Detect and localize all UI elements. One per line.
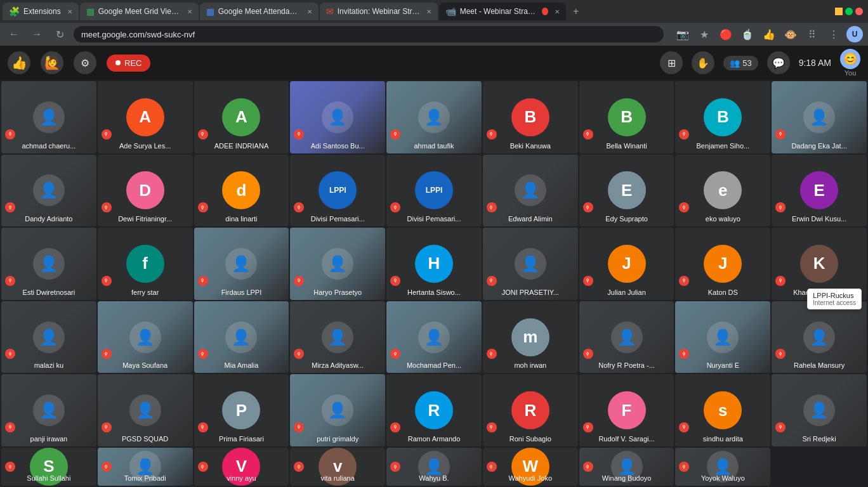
rec-button[interactable]: REC xyxy=(107,55,150,72)
new-tab-button[interactable]: + xyxy=(567,3,585,20)
participant-cell[interactable]: 👤🎙Nuryanti E xyxy=(675,301,770,373)
participant-cell[interactable]: A🎙ADEE INDRIANA xyxy=(194,81,289,153)
participant-cell[interactable]: 👤🎙PGSD SQUAD xyxy=(98,374,193,446)
participant-cell[interactable]: A🎙Ade Surya Les... xyxy=(98,81,193,153)
tab-attendance[interactable]: ▦ Google Meet Attendance - Chr... ✕ xyxy=(200,3,319,20)
close-tab-meet[interactable]: ✕ xyxy=(555,8,560,15)
participant-cell[interactable]: f🎙ferry star xyxy=(98,228,193,300)
participant-cell[interactable]: LPPI🎙Divisi Pemasari... xyxy=(290,155,385,227)
participant-cell[interactable]: d🎙dina linarti xyxy=(194,155,289,227)
participant-cell[interactable]: J🎙Katon DS xyxy=(675,228,770,300)
participant-cell[interactable]: 👤🎙Edward Alimin xyxy=(483,155,578,227)
close-tab-gmail[interactable]: ✕ xyxy=(426,8,431,15)
participant-cell[interactable]: E🎙Erwin Dwi Kusu... xyxy=(772,155,867,227)
participant-name-label: Edward Alimin xyxy=(483,215,578,223)
hand-raise-icon[interactable]: ✋ xyxy=(692,51,714,74)
tab-bar: 🧩 Extensions ✕ ▦ Google Meet Grid View -… xyxy=(0,0,868,23)
extension1-icon[interactable]: 🔴 xyxy=(717,25,735,43)
participant-cell[interactable]: 👤🎙malazi ku xyxy=(1,301,96,373)
participant-cell[interactable]: 👤🎙JONI PRASETIY... xyxy=(483,228,578,300)
participant-cell[interactable]: 👤🎙panji irawan xyxy=(1,374,96,446)
mute-icon: 🎙 xyxy=(487,276,497,286)
tab-meet-active[interactable]: 📹 Meet - Webinar Strategi Bi... ✕ xyxy=(439,3,566,20)
mute-icon: 🎙 xyxy=(390,276,400,286)
settings-icon[interactable]: ⚙ xyxy=(74,51,96,74)
participant-cell[interactable]: e🎙eko waluyo xyxy=(675,155,770,227)
camera-icon[interactable]: 📷 xyxy=(674,25,692,43)
participant-cell[interactable]: B🎙Beki Kanuwa xyxy=(483,81,578,153)
participant-name-label: Ade Surya Les... xyxy=(98,142,193,150)
tab-gmail[interactable]: ✉ Invitation: Webinar Strategi Bis... ✕ xyxy=(320,3,438,20)
chat-icon[interactable]: 💬 xyxy=(767,51,790,74)
close-button[interactable] xyxy=(855,8,863,15)
participant-cell[interactable]: 👤🎙Winang Budoyo xyxy=(579,448,674,486)
grid-view-icon[interactable]: ⊞ xyxy=(660,51,683,74)
mute-icon: 🎙 xyxy=(679,422,689,432)
participant-cell[interactable]: W🎙Wahyudi Joko xyxy=(483,448,578,486)
maximize-button[interactable] xyxy=(845,8,853,15)
participant-cell[interactable]: S🎙Sullahi Sullahi xyxy=(1,448,96,486)
apps-icon[interactable]: ⠿ xyxy=(803,25,821,43)
extension4-icon[interactable]: 🐵 xyxy=(782,25,799,43)
participant-cell[interactable]: R🎙Roni Subagio xyxy=(483,374,578,446)
minimize-button[interactable] xyxy=(835,8,843,15)
participant-cell[interactable]: 👤🎙Yoyok Waluyo xyxy=(675,448,770,486)
extension2-icon[interactable]: 🍵 xyxy=(739,25,756,43)
participant-cell[interactable]: D🎙Dewi Fitrianingr... xyxy=(98,155,193,227)
participant-cell[interactable]: J🎙Julian Julian xyxy=(579,228,674,300)
participant-cell[interactable]: 👤🎙Sri Redjeki xyxy=(772,374,867,446)
tab-grid-view[interactable]: ▦ Google Meet Grid View - Chron... ✕ xyxy=(80,3,199,20)
participant-cell[interactable]: 👤🎙Mia Amalia xyxy=(194,301,289,373)
participant-name-label: Winang Budoyo xyxy=(579,474,674,482)
participant-cell[interactable]: 👤🎙Nofry R Poetra -... xyxy=(579,301,674,373)
participant-cell[interactable]: 👤🎙Mirza Adityasw... xyxy=(290,301,385,373)
participant-cell[interactable]: 👤🎙Wahyu B. xyxy=(386,448,482,486)
participant-cell[interactable]: 👤🎙achmad chaeru... xyxy=(1,81,96,153)
extension3-icon[interactable]: 👍 xyxy=(760,25,778,43)
refresh-button[interactable]: ↻ xyxy=(51,25,69,43)
participant-cell[interactable]: 👤🎙Firdaus LPPI xyxy=(194,228,289,300)
menu-icon[interactable]: ⋮ xyxy=(825,25,843,43)
participant-cell[interactable]: 👤🎙Adi Santoso Bu... xyxy=(290,81,385,153)
participant-name-label: eko waluyo xyxy=(675,215,770,223)
close-tab-attendance[interactable]: ✕ xyxy=(307,8,312,15)
address-input[interactable] xyxy=(74,26,664,42)
participant-cell[interactable]: B🎙Bella Winanti xyxy=(579,81,674,153)
participant-name-label: ahmad taufik xyxy=(386,142,482,150)
participant-cell[interactable]: B🎙Benjamen Siho... xyxy=(675,81,770,153)
participant-cell[interactable]: R🎙Ramon Armando xyxy=(386,374,482,446)
participant-cell[interactable]: 👤🎙Dandy Adrianto xyxy=(1,155,96,227)
back-button[interactable]: ← xyxy=(5,25,23,43)
mute-icon: 🎙 xyxy=(102,202,112,212)
thumbs-up-button[interactable]: 👍 xyxy=(8,51,30,74)
mute-icon: 🎙 xyxy=(294,462,304,472)
profile-avatar[interactable]: U xyxy=(846,26,863,42)
participant-cell[interactable]: 👤🎙Dadang Eka Jat... xyxy=(772,81,867,153)
participant-cell[interactable]: v🎙vita ruliana xyxy=(290,448,385,486)
participant-cell[interactable]: E🎙Edy Suprapto xyxy=(579,155,674,227)
participant-cell[interactable]: 👤🎙Esti Dwiretnosari xyxy=(1,228,96,300)
mute-icon: 🎙 xyxy=(102,422,112,432)
participant-cell[interactable]: 👤🎙putri grimaldy xyxy=(290,374,385,446)
participant-cell[interactable]: H🎙Hertanta Siswo... xyxy=(386,228,482,300)
participant-name-label: Mirza Adityasw... xyxy=(290,361,385,369)
wave-button[interactable]: 🙋 xyxy=(41,51,63,74)
participant-cell[interactable]: F🎙Rudolf V. Saragi... xyxy=(579,374,674,446)
participant-cell[interactable]: m🎙moh irwan xyxy=(483,301,578,373)
participant-cell[interactable]: s🎙sindhu ardita xyxy=(675,374,770,446)
participant-cell[interactable]: P🎙Prima Firiasari xyxy=(194,374,289,446)
participant-cell[interactable]: 👤🎙Mochamad Pen... xyxy=(386,301,482,373)
participants-button[interactable]: 👥 53 xyxy=(723,56,758,70)
tab-extensions[interactable]: 🧩 Extensions ✕ xyxy=(3,3,79,20)
participant-cell[interactable]: 👤🎙Tomix Pribadi xyxy=(98,448,193,486)
participant-cell[interactable]: LPPI🎙Divisi Pemasari... xyxy=(386,155,482,227)
close-tab-grid[interactable]: ✕ xyxy=(187,8,192,15)
participant-cell[interactable]: 👤🎙ahmad taufik xyxy=(386,81,482,153)
participant-cell[interactable]: V🎙vinny ayu xyxy=(194,448,289,486)
bookmark-icon[interactable]: ★ xyxy=(695,25,713,43)
participant-cell[interactable]: 👤🎙Haryo Prasetyo xyxy=(290,228,385,300)
forward-button[interactable]: → xyxy=(28,25,46,43)
participant-cell[interactable]: 👤🎙Rahela Mansury xyxy=(772,301,867,373)
participant-cell[interactable]: 👤🎙Maya Soufana xyxy=(98,301,193,373)
close-tab-extensions[interactable]: ✕ xyxy=(67,8,72,15)
